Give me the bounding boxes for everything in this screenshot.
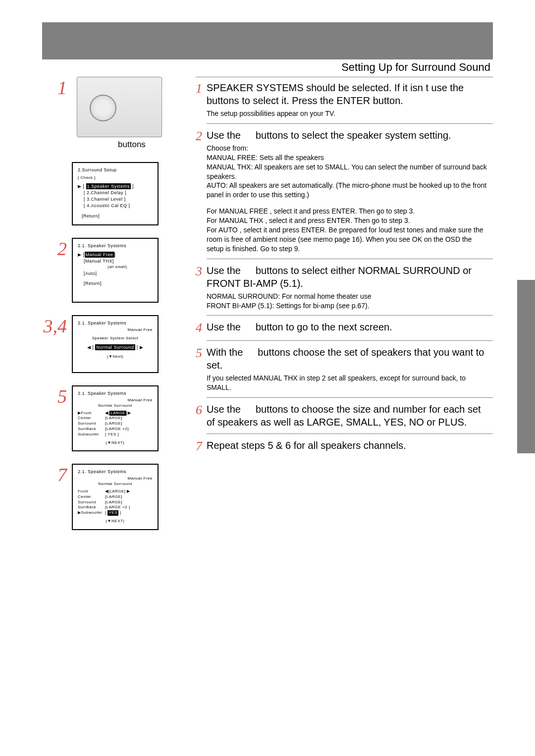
separator	[207, 433, 493, 434]
buttons-label: buttons	[102, 140, 162, 150]
osd-screen: 2.1. Speaker Systems ▶ [Manual Free] [Ma…	[72, 238, 159, 303]
instruction-step: 2Use thebuttons to select the speaker sy…	[196, 129, 493, 254]
osd-subtitle: Manual Free	[78, 398, 153, 403]
separator	[207, 315, 493, 316]
instruction-step: 3Use thebuttons to select either NORMAL …	[196, 264, 493, 311]
osd-item: (all small)	[107, 265, 153, 270]
step-main: Use thebuttons to select either NORMAL S…	[207, 264, 489, 290]
osd-row: Center[LARGE]	[78, 416, 153, 421]
osd-next: (▼NEXT)	[78, 440, 153, 446]
step-text: Use thebutton to go to the next screen.	[207, 321, 489, 333]
osd-item: ◀ [ Normal Surround ] ▶	[78, 344, 153, 350]
instruction-step: 1SPEAKER SYSTEMS should be selected. If …	[196, 81, 493, 118]
osd-title: 2.1. Speaker Systems	[78, 469, 153, 475]
step-main: Use thebutton to go to the next screen.	[207, 321, 489, 333]
osd-screen: 2.1. Speaker Systems Manual Free Normal …	[72, 385, 159, 452]
step-number: 7	[42, 464, 67, 486]
step-text: Use thebuttons to choose the size and nu…	[207, 403, 489, 429]
step-number: 7	[196, 439, 207, 454]
section-title: Setting Up for Surround Sound	[341, 61, 490, 74]
osd-subtitle: Manual Free	[78, 327, 153, 333]
osd-item: ▶ [ 1.Speaker Systems ]	[78, 183, 153, 189]
step-main: Repeat steps 5 & 6 for all speakers chan…	[207, 439, 489, 452]
osd-item: [Manual THX]	[84, 258, 153, 264]
osd-subtitle: Normal Surround	[78, 482, 153, 487]
separator	[207, 340, 493, 341]
osd-row: Subwoofer[ YES ]	[78, 432, 153, 437]
left-osd-1: 2.Surround Setup [ Check ] ▶ [ 1.Speaker…	[42, 162, 186, 225]
step-main: Use thebuttons to select the speaker sys…	[207, 129, 489, 142]
separator	[196, 77, 493, 77]
osd-row: ▶Subwoofer[ YES ]	[78, 510, 153, 516]
dial-icon	[90, 95, 116, 121]
osd-screen: 2.1. Speaker Systems Manual Free Speaker…	[72, 315, 159, 373]
instruction-step: 5With thebuttons choose the set of speak…	[196, 346, 493, 392]
osd-row: ▶Front◀[LARGE]▶	[78, 411, 153, 416]
step-text: Use thebuttons to select the speaker sys…	[207, 129, 489, 254]
osd-row: Surround[LARGE]	[78, 500, 153, 505]
step-number: 5	[42, 385, 67, 407]
instruction-step: 4Use thebutton to go to the next screen.	[196, 321, 493, 335]
osd-title: 2.Surround Setup	[78, 167, 153, 173]
separator	[207, 397, 493, 398]
osd-title: 2.1. Speaker Systems	[78, 320, 153, 326]
separator	[207, 123, 493, 124]
osd-row: SurrBack[LARGE ×2 ]	[78, 505, 153, 510]
content-columns: 1 buttons 2.Surround Setup [ Check ] ▶ […	[42, 77, 493, 542]
step-number: 1	[196, 81, 207, 96]
left-column: 1 buttons 2.Surround Setup [ Check ] ▶ […	[42, 77, 186, 542]
osd-item: [Auto]	[84, 270, 153, 276]
left-step-7: 7 2.1. Speaker Systems Manual Free Norma…	[42, 464, 186, 530]
osd-highlight: Normal Surround	[95, 344, 135, 350]
osd-return: [Return]	[82, 213, 153, 219]
step-number: 4	[196, 321, 207, 335]
step-number: 6	[196, 403, 207, 418]
step-text: Repeat steps 5 & 6 for all speakers chan…	[207, 439, 489, 452]
top-banner	[42, 22, 493, 59]
osd-check: [ Check ]	[78, 175, 153, 181]
step-number: 2	[196, 129, 207, 144]
step-text: With thebuttons choose the set of speake…	[207, 346, 489, 392]
osd-screen: 2.1. Speaker Systems Manual Free Normal …	[72, 464, 159, 530]
left-step-2: 2 2.1. Speaker Systems ▶ [Manual Free] […	[42, 238, 186, 303]
step-main: With thebuttons choose the set of speake…	[207, 346, 489, 372]
instruction-step: 7Repeat steps 5 & 6 for all speakers cha…	[196, 439, 493, 454]
osd-title: 2.1. Speaker Systems	[78, 243, 153, 249]
step-number: 5	[196, 346, 207, 361]
step-main: SPEAKER SYSTEMS should be selected. If i…	[207, 81, 489, 107]
instruction-step: 6Use thebuttons to choose the size and n…	[196, 403, 493, 429]
osd-next: (▼Next)	[78, 354, 153, 360]
side-tab	[517, 280, 535, 453]
osd-row: Center[LARGE]	[78, 494, 153, 500]
osd-item: [ 2.Channel Delay ]	[84, 190, 153, 196]
step-detail: The setup possibilities appear on your T…	[207, 109, 489, 118]
step-number: 1	[42, 77, 67, 99]
device-illustration	[77, 77, 162, 137]
osd-item: [ 3.Channel Level ]	[84, 196, 153, 202]
step-detail: NORMAL SURROUND: For normal home theater…	[207, 292, 489, 311]
osd-subtitle: Normal Surround	[78, 403, 153, 409]
step-number: 3,4	[42, 315, 67, 337]
step-number: 3	[196, 264, 207, 279]
osd-highlight: Manual Free	[85, 252, 114, 258]
osd-item: ▶ [Manual Free]	[78, 252, 153, 258]
osd-title: 2.1. Speaker Systems	[78, 390, 153, 396]
step-detail: If you selected MANUAL THX in step 2 set…	[207, 374, 489, 392]
step-text: SPEAKER SYSTEMS should be selected. If i…	[207, 81, 489, 118]
step-number: 2	[42, 238, 67, 260]
left-step-1: 1 buttons	[42, 77, 186, 150]
osd-return: [Return]	[84, 280, 153, 286]
separator	[207, 259, 493, 259]
left-step-34: 3,4 2.1. Speaker Systems Manual Free Spe…	[42, 315, 186, 373]
osd-row: SurrBack[LARGE ×2]	[78, 427, 153, 432]
osd-next: (▼NEXT)	[78, 519, 153, 524]
osd-screen: 2.Surround Setup [ Check ] ▶ [ 1.Speaker…	[72, 162, 159, 225]
manual-page: Setting Up for Surround Sound 1 buttons …	[0, 22, 535, 542]
right-column: 1SPEAKER SYSTEMS should be selected. If …	[196, 77, 493, 542]
osd-subtitle: Manual Free	[78, 476, 153, 482]
step-detail: Choose from: MANUAL FREE: Sets all the s…	[207, 144, 489, 200]
step-detail: For MANUAL FREE , select it and press EN…	[207, 207, 489, 253]
step-main: Use thebuttons to choose the size and nu…	[207, 403, 489, 429]
osd-line: Speaker System Select	[78, 336, 153, 341]
osd-item: [ 4.Acoustic Cal EQ ]	[84, 203, 153, 209]
